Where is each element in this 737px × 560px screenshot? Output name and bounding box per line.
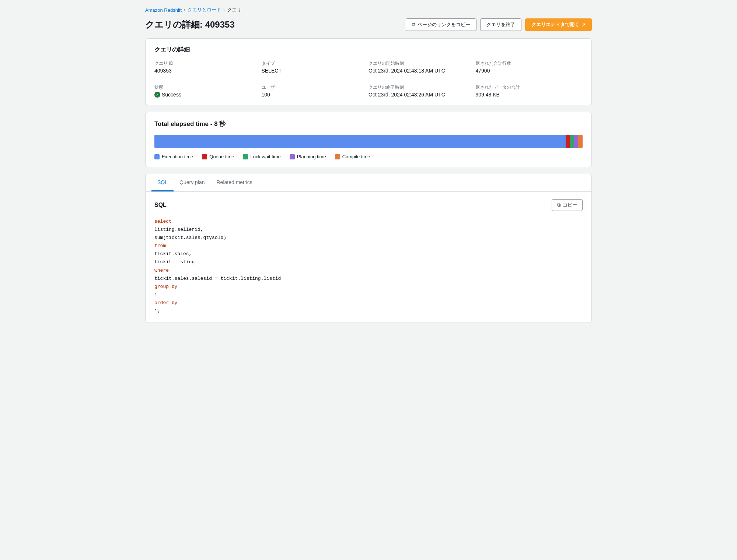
- copy-sql-icon: ⧉: [557, 202, 560, 208]
- breadcrumb: Amazon Redshift › クエリとロード › クエリ: [145, 7, 592, 13]
- copy-sql-label: コピー: [563, 202, 577, 208]
- copy-link-label: ページのリンクをコピー: [418, 21, 470, 28]
- status-field: 状態 ✓ Success: [154, 84, 262, 98]
- legend-item-planning-time: Planning time: [290, 154, 326, 159]
- sql-line: from: [154, 242, 583, 250]
- legend-label: Execution time: [162, 154, 193, 159]
- query-details-row1: クエリ ID 409353 タイプ SELECT クエリの開始時刻 Oct 23…: [154, 60, 583, 74]
- total-data-field: 返されたデータの合計 909.48 KB: [476, 84, 583, 98]
- total-rows-label: 返された合計行数: [476, 60, 576, 67]
- end-query-button[interactable]: クエリを終了: [480, 18, 521, 31]
- copy-link-button[interactable]: ⧉ ページのリンクをコピー: [406, 18, 476, 31]
- sql-line: order by: [154, 299, 583, 307]
- end-time-field: クエリの終了時刻 Oct 23rd, 2024 02:48:26 AM UTC: [368, 84, 476, 98]
- start-time-value: Oct 23rd, 2024 02:48:18 AM UTC: [368, 68, 468, 74]
- open-editor-label: クエリエディタで開く: [531, 21, 579, 28]
- legend-color-lock-wait-time: [243, 154, 248, 159]
- status-value: ✓ Success: [154, 92, 254, 98]
- status-text: Success: [162, 92, 181, 98]
- page-title: クエリの詳細: 409353: [145, 19, 235, 31]
- type-value: SELECT: [262, 68, 361, 74]
- tab-query-plan[interactable]: Query plan: [174, 174, 210, 191]
- sql-header: SQL ⧉ コピー: [154, 199, 583, 211]
- sql-line: sum(tickit.sales.qtysold): [154, 234, 583, 242]
- bar-segment-lock-wait-time: [570, 135, 574, 148]
- legend-color-compile-time: [335, 154, 340, 159]
- elapsed-time-title: Total elapsed time - 8 秒: [154, 120, 583, 128]
- copy-sql-button[interactable]: ⧉ コピー: [552, 199, 583, 211]
- sql-line: tickit.sales,: [154, 250, 583, 258]
- tab-sql[interactable]: SQL: [151, 174, 174, 191]
- external-link-icon: ↗: [581, 22, 586, 28]
- bar-segment-execution-time: [154, 135, 566, 148]
- start-time-field: クエリの開始時刻 Oct 23rd, 2024 02:48:18 AM UTC: [368, 60, 476, 74]
- user-value: 100: [262, 92, 361, 98]
- copy-icon: ⧉: [412, 22, 415, 28]
- legend-color-queue-time: [202, 154, 207, 159]
- elapsed-time-card: Total elapsed time - 8 秒 Execution timeQ…: [145, 112, 592, 167]
- tabs: SQLQuery planRelated metrics: [146, 174, 591, 191]
- user-field: ユーザー 100: [262, 84, 369, 98]
- tab-related-metrics[interactable]: Related metrics: [211, 174, 258, 191]
- end-time-value: Oct 23rd, 2024 02:48:26 AM UTC: [368, 92, 468, 98]
- sql-line: 1;: [154, 307, 583, 315]
- total-data-label: 返されたデータの合計: [476, 84, 576, 91]
- bar-segment-planning-time: [574, 135, 579, 148]
- sql-line: tickit.listing: [154, 258, 583, 266]
- status-label: 状態: [154, 84, 254, 91]
- legend-label: Lock wait time: [250, 154, 280, 159]
- legend-item-execution-time: Execution time: [154, 154, 193, 159]
- total-data-value: 909.48 KB: [476, 92, 576, 98]
- bar-chart: [154, 135, 583, 148]
- legend-color-planning-time: [290, 154, 295, 159]
- breadcrumb-link-queries[interactable]: クエリとロード: [188, 7, 221, 13]
- open-editor-button[interactable]: クエリエディタで開く ↗: [525, 18, 592, 31]
- breadcrumb-link-redshift[interactable]: Amazon Redshift: [145, 7, 182, 13]
- total-rows-field: 返された合計行数 47900: [476, 60, 583, 74]
- sql-line: 1: [154, 291, 583, 299]
- legend-item-compile-time: Compile time: [335, 154, 370, 159]
- bar-segment-compile-time: [578, 135, 583, 148]
- sql-line: select: [154, 218, 583, 226]
- user-label: ユーザー: [262, 84, 361, 91]
- query-id-field: クエリ ID 409353: [154, 60, 262, 74]
- end-time-label: クエリの終了時刻: [368, 84, 468, 91]
- legend-label: Queue time: [209, 154, 234, 159]
- sql-title: SQL: [154, 202, 167, 208]
- type-label: タイプ: [262, 60, 361, 67]
- legend-item-lock-wait-time: Lock wait time: [243, 154, 280, 159]
- bar-segment-queue-time: [566, 135, 570, 148]
- query-details-title: クエリの詳細: [154, 46, 583, 54]
- sql-body: select listing.sellerid, sum(tickit.sale…: [154, 218, 583, 315]
- breadcrumb-sep-2: ›: [223, 7, 225, 13]
- status-check-icon: ✓: [154, 92, 160, 98]
- legend-label: Planning time: [297, 154, 326, 159]
- query-details-row2: 状態 ✓ Success ユーザー 100 クエリの終了時刻 Oct 23rd,…: [154, 84, 583, 98]
- total-rows-value: 47900: [476, 68, 576, 74]
- bar-track: [154, 135, 583, 148]
- legend: Execution timeQueue timeLock wait timePl…: [154, 154, 583, 159]
- legend-label: Compile time: [342, 154, 370, 159]
- sql-card: SQL ⧉ コピー select listing.sellerid, sum(t…: [145, 192, 592, 323]
- end-query-label: クエリを終了: [486, 21, 515, 28]
- sql-line: where: [154, 267, 583, 275]
- query-id-value: 409353: [154, 68, 254, 74]
- type-field: タイプ SELECT: [262, 60, 369, 74]
- sql-line: group by: [154, 283, 583, 291]
- tabs-wrapper: SQLQuery planRelated metrics: [145, 174, 592, 192]
- sql-line: listing.sellerid,: [154, 226, 583, 234]
- header-actions: ⧉ ページのリンクをコピー クエリを終了 クエリエディタで開く ↗: [406, 18, 592, 31]
- start-time-label: クエリの開始時刻: [368, 60, 468, 67]
- query-id-label: クエリ ID: [154, 60, 254, 67]
- breadcrumb-current: クエリ: [227, 7, 241, 13]
- details-divider: [154, 79, 583, 79]
- legend-item-queue-time: Queue time: [202, 154, 234, 159]
- legend-color-execution-time: [154, 154, 160, 159]
- sql-line: tickit.sales.salesid = tickit.listing.li…: [154, 275, 583, 283]
- query-details-card: クエリの詳細 クエリ ID 409353 タイプ SELECT クエリの開始時刻…: [145, 38, 592, 105]
- breadcrumb-sep-1: ›: [184, 7, 185, 13]
- page-header: クエリの詳細: 409353 ⧉ ページのリンクをコピー クエリを終了 クエリエ…: [145, 18, 592, 31]
- page-wrapper: Amazon Redshift › クエリとロード › クエリ クエリの詳細: …: [136, 0, 601, 338]
